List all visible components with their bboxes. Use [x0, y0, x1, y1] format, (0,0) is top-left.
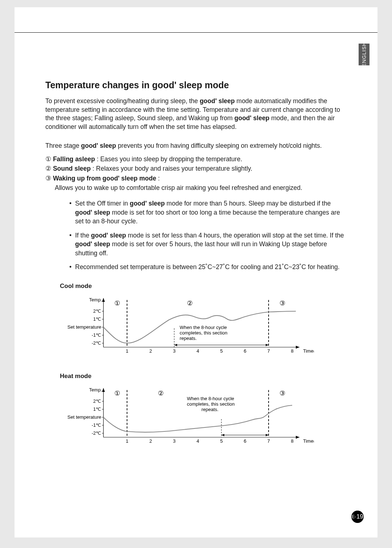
stage-3: ③ Waking up from good' sleep mode :: [45, 174, 347, 183]
svg-text:①: ①: [114, 390, 120, 397]
svg-text:2: 2: [149, 348, 152, 354]
brand-text: good' sleep: [75, 209, 110, 216]
brand-text: good' sleep: [200, 97, 235, 105]
svg-text:Set temperature: Set temperature: [68, 414, 101, 420]
svg-text:2℃: 2℃: [93, 308, 101, 314]
stage-label: Falling asleep: [53, 155, 95, 163]
svg-text:When the 8-hour cyclecompletes: When the 8-hour cyclecompletes, this sec…: [180, 325, 228, 341]
svg-text:7: 7: [267, 438, 270, 444]
text: If the: [75, 232, 91, 239]
circled-number: ②: [45, 165, 51, 172]
brand-text: good' sleep: [130, 200, 165, 207]
brand-text: good' sleep: [75, 240, 110, 248]
svg-text:-1℃: -1℃: [91, 422, 101, 428]
text: : Relaxes your body and raises your temp…: [91, 165, 252, 172]
text: mode: [138, 175, 156, 182]
svg-text:5: 5: [220, 438, 222, 444]
page-prefix: E-: [352, 514, 356, 519]
svg-text:-1℃: -1℃: [91, 332, 101, 338]
page-number-badge: E-19: [351, 511, 364, 523]
cool-chart-section: Cool mode 2℃ 1℃ Set temperature -1℃ -2℃: [45, 283, 347, 452]
chart-title-cool: Cool mode: [60, 283, 347, 290]
brand-text: good' sleep: [234, 114, 270, 122]
heat-chart: 2℃ 1℃ Set temperature -1℃ -2℃ Temp. 1: [60, 383, 314, 452]
svg-text:③: ③: [279, 300, 285, 307]
brand-text: good' sleep: [81, 142, 116, 149]
svg-text:1: 1: [126, 438, 128, 444]
chart-title-heat: Heat mode: [60, 373, 347, 380]
svg-text:-2℃: -2℃: [91, 430, 101, 436]
svg-text:6: 6: [244, 348, 246, 354]
svg-marker-3: [102, 298, 105, 302]
svg-text:①: ①: [114, 300, 120, 307]
brand-text: good' sleep: [152, 80, 202, 90]
text: mode for more than 5 hours. Sleep may be…: [165, 200, 331, 207]
stage-label: Sound sleep: [53, 165, 91, 172]
sub-paragraph: Three stage good' sleep prevents you fro…: [45, 142, 347, 150]
note-item: Recommended set temperature is between 2…: [71, 263, 347, 272]
stage-3-detail: Allows you to wake up to comfortable cri…: [45, 183, 347, 192]
svg-marker-36: [296, 436, 299, 439]
svg-text:②: ②: [158, 390, 164, 397]
svg-text:1: 1: [126, 348, 128, 354]
circled-number: ①: [45, 155, 51, 163]
text: mode is set for less than 4 hours, the o…: [126, 232, 344, 239]
notes-list: Set the Off timer in good' sleep mode fo…: [45, 199, 347, 272]
text: Three stage: [45, 142, 81, 149]
svg-text:5: 5: [220, 348, 222, 354]
svg-text:7: 7: [267, 348, 270, 354]
svg-text:②: ②: [187, 300, 193, 307]
text: To prevent excessive cooling/heating dur…: [45, 97, 200, 105]
svg-marker-37: [102, 388, 105, 392]
language-tab: ENGLISH: [359, 44, 369, 65]
svg-marker-29: [266, 344, 269, 346]
circled-number: ③: [45, 175, 51, 182]
svg-text:2℃: 2℃: [93, 398, 101, 404]
stage-label: Waking up from good' sleep mode: [53, 175, 156, 182]
text: : Eases you into sleep by dropping the t…: [95, 155, 242, 163]
svg-text:4: 4: [196, 438, 199, 444]
brand-text: good' sleep: [102, 175, 138, 182]
svg-text:3: 3: [173, 348, 175, 354]
text: prevents you from having difficulty slee…: [116, 142, 322, 149]
svg-text:Time(hr.): Time(hr.): [303, 348, 314, 354]
svg-marker-62: [221, 434, 224, 436]
svg-marker-28: [174, 344, 177, 346]
svg-text:③: ③: [279, 390, 285, 397]
brand-text: good' sleep: [91, 232, 126, 239]
svg-text:-2℃: -2℃: [91, 340, 101, 346]
svg-text:8: 8: [291, 438, 293, 444]
svg-text:4: 4: [196, 348, 199, 354]
header-rule: [15, 7, 377, 33]
note-item: Set the Off timer in good' sleep mode fo…: [71, 199, 347, 226]
text: Set the Off timer in: [75, 200, 130, 207]
stage-1: ① Falling asleep : Eases you into sleep …: [45, 154, 347, 164]
intro-paragraph: To prevent excessive cooling/heating dur…: [45, 97, 347, 131]
page-title: Temperature changes in good' sleep mode: [45, 80, 347, 90]
page-num: 19: [356, 513, 363, 520]
text: Waking up from: [53, 175, 102, 182]
content-area: Temperature changes in good' sleep mode …: [15, 33, 377, 452]
svg-text:Temp.: Temp.: [89, 387, 102, 393]
text: mode is set for too short or too long a …: [75, 209, 340, 225]
title-post: mode: [202, 80, 229, 90]
title-pre: Temperature changes in: [45, 80, 152, 90]
svg-text:1℃: 1℃: [93, 406, 101, 412]
svg-text:1℃: 1℃: [93, 316, 101, 322]
page: ENGLISH Temperature changes in good' sle…: [15, 7, 377, 537]
svg-text:6: 6: [244, 438, 246, 444]
svg-text:3: 3: [173, 438, 175, 444]
svg-marker-63: [266, 434, 269, 436]
svg-text:When the 8-hour cyclecompletes: When the 8-hour cyclecompletes, this sec…: [187, 396, 235, 412]
note-item: If the good' sleep mode is set for less …: [71, 231, 347, 258]
svg-marker-2: [296, 346, 299, 349]
cool-chart: 2℃ 1℃ Set temperature -1℃ -2℃ Temp.: [60, 293, 314, 362]
svg-text:Time(hr.): Time(hr.): [303, 438, 314, 444]
svg-text:Set temperature: Set temperature: [68, 324, 101, 330]
text: mode is set for over 5 hours, the last h…: [75, 240, 327, 257]
stage-2: ② Sound sleep : Relaxes your body and ra…: [45, 164, 347, 173]
text: :: [156, 175, 160, 182]
svg-text:8: 8: [291, 348, 293, 354]
svg-text:2: 2: [149, 438, 152, 444]
stages-list: ① Falling asleep : Eases you into sleep …: [45, 154, 347, 192]
